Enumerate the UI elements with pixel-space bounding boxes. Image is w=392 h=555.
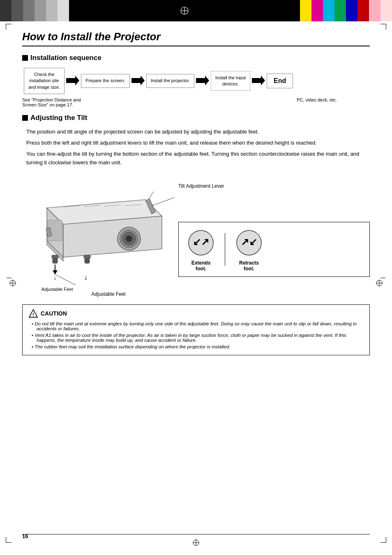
adjusting-tilt-header: Adjusting the Tilt xyxy=(22,114,370,122)
extends-foot-icon: ↙↗ xyxy=(185,227,217,258)
seq-step-2: Prepare the screen. xyxy=(81,74,130,88)
crosshair-right-icon xyxy=(376,279,383,288)
color-strip-right xyxy=(300,0,392,21)
svg-line-34 xyxy=(152,198,174,206)
retracts-foot-label2: foot. xyxy=(244,266,254,272)
seq-arrow-3 xyxy=(195,73,210,89)
seq-step-4: Install the inputdevices. xyxy=(211,71,250,91)
tilt-para-1: The position and tilt angle of the proje… xyxy=(26,128,370,136)
corner-mark-bl xyxy=(6,537,12,543)
foot-divider xyxy=(225,233,225,266)
seq-note-left: See "Projection Distance andScreen Size"… xyxy=(22,97,81,107)
corner-mark-br xyxy=(380,537,386,543)
svg-text:Adjustable Feet: Adjustable Feet xyxy=(42,287,73,292)
crosshair-bottom-icon xyxy=(192,539,200,548)
installation-sequence-diagram: Check theinstallation siteand image size… xyxy=(24,68,370,94)
seq-end: End xyxy=(267,74,293,88)
corner-mark-tl xyxy=(6,24,12,30)
extends-foot-item: ↙↗ Extends foot. xyxy=(185,227,217,272)
caution-item-3: The rubber feet may soil the installatio… xyxy=(32,344,364,349)
adjusting-tilt-label: Adjusting the Tilt xyxy=(30,114,88,122)
caution-item-1: Do not tilt the main unit at extreme ang… xyxy=(32,321,364,331)
section-icon-2 xyxy=(22,115,28,121)
section-icon xyxy=(22,55,28,61)
tilt-para-2: Press both the left and right tilt adjus… xyxy=(26,139,370,147)
caution-triangle-icon: ! xyxy=(28,309,38,318)
top-color-bar xyxy=(0,0,392,21)
tilt-description: The position and tilt angle of the proje… xyxy=(26,128,370,167)
projector-labels: Tilt Adjustment Lever ↙↗ Extends foot. xyxy=(170,175,370,277)
crosshair-left-icon xyxy=(9,279,16,288)
svg-text:!: ! xyxy=(32,312,34,317)
main-content: How to Install the Projector Installatio… xyxy=(0,21,392,384)
seq-step-3: Install the projector. xyxy=(146,74,194,88)
tilt-lever-label: Tilt Adjustment Lever xyxy=(178,183,370,189)
svg-text:↓: ↓ xyxy=(84,273,88,281)
svg-rect-33 xyxy=(85,258,90,263)
side-mark-left xyxy=(7,278,12,279)
projector-illustration-area: Adjustable Feet ↓ ↓ Adjustable Feet Tilt… xyxy=(22,175,370,297)
svg-rect-29 xyxy=(53,258,58,263)
seq-note-right: PC, video deck, etc. xyxy=(297,97,337,107)
installation-sequence-header: Installation sequence xyxy=(22,54,370,62)
seq-arrow-4 xyxy=(251,73,266,89)
svg-point-25 xyxy=(126,235,132,242)
page-line xyxy=(22,534,370,534)
color-strip-left xyxy=(0,0,69,21)
projector-svg: Adjustable Feet ↓ ↓ Adjustable Feet xyxy=(22,175,170,297)
crosshair-top-icon xyxy=(180,6,189,15)
retracts-foot-icon: ↗↙ xyxy=(233,227,265,258)
svg-text:↙↗: ↙↗ xyxy=(193,236,209,247)
svg-line-35 xyxy=(55,274,76,285)
extends-foot-label: Extends xyxy=(191,260,211,266)
svg-rect-28 xyxy=(52,255,58,258)
caution-item-2: Vent A1 takes in air to cool the inside … xyxy=(32,333,364,343)
svg-marker-11 xyxy=(196,76,209,85)
retracts-foot-item: ↗↙ Retracts foot. xyxy=(233,227,265,272)
svg-text:↗↙: ↗↙ xyxy=(241,236,257,247)
svg-rect-32 xyxy=(84,255,90,258)
foot-diagram-box: ↙↗ Extends foot. ↗↙ Retracts foot. xyxy=(178,222,370,277)
svg-marker-12 xyxy=(252,76,265,85)
svg-marker-31 xyxy=(53,270,58,274)
installation-sequence-label: Installation sequence xyxy=(30,54,101,62)
page-title: How to Install the Projector xyxy=(22,30,370,46)
page-number: 16 xyxy=(22,533,28,539)
seq-notes: See "Projection Distance andScreen Size"… xyxy=(22,97,370,107)
corner-mark-tr xyxy=(380,24,386,30)
retracts-foot-label: Retracts xyxy=(239,260,259,266)
seq-step-1: Check theinstallation siteand image size… xyxy=(24,68,65,94)
seq-arrow-1 xyxy=(65,73,80,89)
caution-items-list: Do not tilt the main unit at extreme ang… xyxy=(28,321,364,349)
tilt-para-3: You can fine-adjust the tilt by turning … xyxy=(26,150,370,167)
caution-header: ! CAUTION xyxy=(28,309,364,318)
extends-foot-label2: foot. xyxy=(196,266,206,272)
caution-box: ! CAUTION Do not tilt the main unit at e… xyxy=(22,304,370,355)
svg-marker-9 xyxy=(66,76,79,85)
caution-label: CAUTION xyxy=(41,310,67,317)
svg-line-39 xyxy=(149,191,154,199)
side-mark-right xyxy=(380,278,385,279)
seq-arrow-2 xyxy=(131,73,145,89)
svg-text:↓: ↓ xyxy=(54,274,57,281)
svg-marker-10 xyxy=(131,76,145,85)
